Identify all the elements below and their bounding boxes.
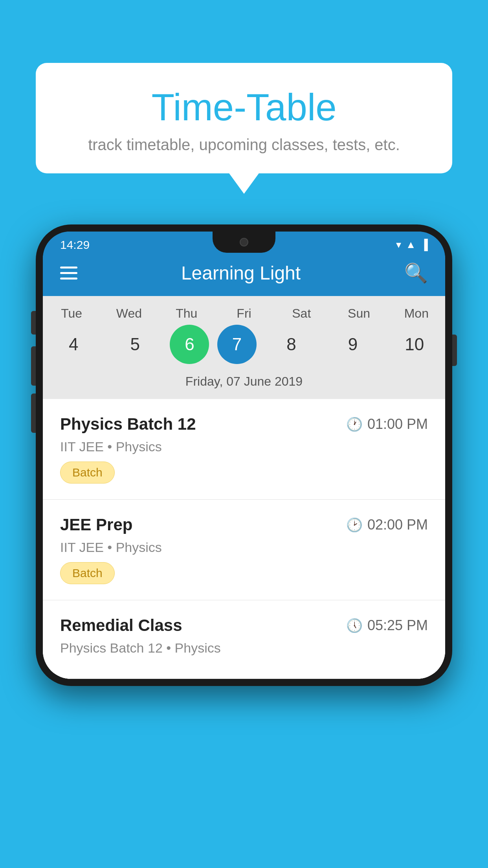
day-label-sun: Sun [332, 306, 386, 321]
schedule-item-time: 🕑 02:00 PM [346, 517, 428, 533]
status-time: 14:29 [60, 238, 90, 252]
day-label-wed: Wed [102, 306, 156, 321]
volume-up-button [31, 346, 36, 386]
schedule-item[interactable]: JEE Prep 🕑 02:00 PM IIT JEE • Physics Ba… [43, 500, 445, 600]
schedule-item-header: Physics Batch 12 🕐 01:00 PM [60, 415, 428, 434]
schedule-item-title: Physics Batch 12 [60, 415, 196, 434]
volume-down-button [31, 394, 36, 433]
day-numbers: 4 5 6 7 8 9 10 [43, 325, 445, 370]
clock-icon: 🕐 [346, 416, 363, 432]
phone-outer: 14:29 ▾ ▲ ▐ Learning Light 🔍 [36, 224, 452, 686]
schedule-item-subtitle: Physics Batch 12 • Physics [60, 640, 428, 656]
schedule-item[interactable]: Physics Batch 12 🕐 01:00 PM IIT JEE • Ph… [43, 399, 445, 500]
speech-bubble-area: Time-Table track timetable, upcoming cla… [0, 0, 488, 173]
day-label-fri: Fri [217, 306, 271, 321]
search-button[interactable]: 🔍 [404, 262, 428, 284]
day-label-tue: Tue [45, 306, 98, 321]
schedule-item-header: JEE Prep 🕑 02:00 PM [60, 515, 428, 534]
schedule-item-time: 🕔 05:25 PM [346, 617, 428, 634]
day-7-selected[interactable]: 7 [217, 325, 257, 364]
time-value: 05:25 PM [367, 617, 428, 634]
day-9[interactable]: 9 [326, 325, 380, 364]
day-label-sat: Sat [275, 306, 328, 321]
schedule-list: Physics Batch 12 🕐 01:00 PM IIT JEE • Ph… [43, 399, 445, 679]
speech-bubble: Time-Table track timetable, upcoming cla… [36, 63, 452, 173]
hamburger-line [60, 267, 77, 268]
volume-silent-button [31, 311, 36, 335]
batch-badge: Batch [60, 562, 115, 584]
schedule-item-header: Remedial Class 🕔 05:25 PM [60, 616, 428, 635]
schedule-item-subtitle: IIT JEE • Physics [60, 540, 428, 555]
schedule-item-title: Remedial Class [60, 616, 182, 635]
day-label-thu: Thu [160, 306, 213, 321]
status-icons: ▾ ▲ ▐ [396, 239, 428, 251]
phone-notch [213, 232, 275, 253]
clock-icon: 🕔 [346, 618, 363, 633]
signal-icon: ▲ [406, 239, 416, 251]
day-6-today[interactable]: 6 [170, 325, 209, 364]
hamburger-line [60, 278, 77, 280]
phone-screen: Learning Light 🔍 Tue Wed Thu Fri Sat Sun… [43, 232, 445, 679]
hamburger-line [60, 272, 77, 274]
app-title: Learning Light [181, 262, 301, 284]
schedule-item-time: 🕐 01:00 PM [346, 416, 428, 432]
hamburger-menu-button[interactable] [60, 267, 77, 280]
day-4[interactable]: 4 [47, 325, 100, 364]
phone-mockup: 14:29 ▾ ▲ ▐ Learning Light 🔍 [36, 224, 452, 686]
batch-badge: Batch [60, 462, 115, 484]
day-headers: Tue Wed Thu Fri Sat Sun Mon [43, 306, 445, 325]
front-camera [240, 238, 248, 246]
time-value: 01:00 PM [367, 416, 428, 432]
day-10[interactable]: 10 [388, 325, 441, 364]
schedule-item-subtitle: IIT JEE • Physics [60, 439, 428, 454]
schedule-item[interactable]: Remedial Class 🕔 05:25 PM Physics Batch … [43, 600, 445, 679]
day-5[interactable]: 5 [108, 325, 162, 364]
bubble-subtitle: track timetable, upcoming classes, tests… [67, 136, 421, 154]
wifi-icon: ▾ [396, 239, 401, 251]
day-8[interactable]: 8 [265, 325, 318, 364]
calendar-strip: Tue Wed Thu Fri Sat Sun Mon 4 5 6 7 8 9 … [43, 296, 445, 399]
power-button [452, 335, 457, 366]
battery-icon: ▐ [421, 239, 428, 251]
schedule-item-title: JEE Prep [60, 515, 132, 534]
selected-date-label: Friday, 07 June 2019 [43, 370, 445, 395]
time-value: 02:00 PM [367, 517, 428, 533]
clock-icon: 🕑 [346, 517, 363, 533]
day-label-mon: Mon [390, 306, 443, 321]
bubble-title: Time-Table [67, 86, 421, 128]
